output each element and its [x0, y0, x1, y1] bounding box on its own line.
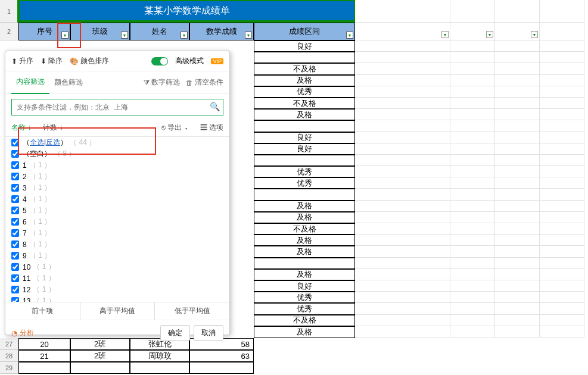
row-header-2[interactable]: 2: [0, 23, 18, 40]
filter-item[interactable]: 13（ 1 ）: [5, 295, 229, 302]
empty-cell[interactable]: [450, 326, 495, 338]
empty-cell[interactable]: [540, 326, 584, 338]
search-icon[interactable]: 🔍: [210, 102, 220, 111]
filter-item[interactable]: 3（ 1 ）: [5, 182, 229, 193]
empty-cell[interactable]: [355, 86, 450, 98]
cell-grade[interactable]: 及格: [254, 201, 355, 212]
empty-cell[interactable]: [495, 98, 540, 109]
filter-item[interactable]: 5（ 1 ）: [5, 205, 229, 216]
empty-cell[interactable]: [495, 109, 540, 120]
filter-item[interactable]: 2（ 1 ）: [5, 171, 229, 182]
cell-grade[interactable]: 优秀: [254, 303, 355, 314]
empty-cell[interactable]: [540, 177, 584, 189]
empty-cell[interactable]: [450, 86, 495, 98]
empty-cell[interactable]: [495, 269, 540, 280]
empty-cell[interactable]: [355, 315, 450, 326]
empty-cell[interactable]: [450, 166, 495, 177]
empty-cell[interactable]: [540, 40, 584, 52]
empty-cell[interactable]: [495, 40, 540, 52]
checkbox[interactable]: [11, 218, 19, 226]
empty-cell[interactable]: [355, 155, 450, 166]
cell-grade[interactable]: 优秀: [254, 177, 355, 189]
empty-cell[interactable]: [495, 86, 540, 98]
cell-grade[interactable]: 及格: [254, 235, 355, 246]
empty-cell[interactable]: [540, 52, 584, 63]
empty-cell[interactable]: [450, 292, 495, 303]
cell-grade[interactable]: [254, 155, 355, 166]
empty-cell[interactable]: [355, 280, 450, 292]
filter-item[interactable]: 1（ 1 ）: [5, 160, 229, 171]
checkbox[interactable]: [11, 263, 19, 271]
row-header-1[interactable]: 1: [0, 0, 18, 23]
checkbox[interactable]: [11, 150, 19, 158]
empty-cell[interactable]: [540, 23, 584, 40]
cell-grade[interactable]: [254, 189, 355, 200]
col-name[interactable]: 名称 ↓: [11, 123, 31, 133]
cell-grade[interactable]: 不及格: [254, 223, 355, 235]
empty-cell[interactable]: [495, 280, 540, 292]
empty-cell[interactable]: [540, 98, 584, 109]
filter-item[interactable]: 7（ 1 ）: [5, 227, 229, 239]
cell-grade[interactable]: 优秀: [254, 166, 355, 177]
empty-cell[interactable]: [540, 235, 584, 246]
empty-cell[interactable]: [540, 223, 584, 235]
cell-grade[interactable]: 及格: [254, 246, 355, 257]
number-filter-button[interactable]: ⧩数字筛选: [144, 77, 180, 88]
empty-cell[interactable]: [540, 258, 584, 269]
cell[interactable]: [70, 362, 130, 374]
title-cell[interactable]: 某某小学数学成绩单: [18, 0, 355, 21]
empty-cell[interactable]: [540, 63, 584, 74]
empty-cell[interactable]: [355, 143, 450, 155]
empty-cell[interactable]: ▼: [355, 23, 450, 40]
cell-grade[interactable]: 良好: [254, 280, 355, 292]
empty-cell[interactable]: [540, 315, 584, 326]
empty-cell[interactable]: [495, 120, 540, 132]
empty-cell[interactable]: [495, 52, 540, 63]
filter-item[interactable]: 4（ 1 ）: [5, 193, 229, 205]
header-name[interactable]: 姓名▼: [130, 23, 189, 40]
empty-cell[interactable]: [540, 201, 584, 212]
checkbox[interactable]: [11, 286, 19, 293]
tab-color-filter[interactable]: 颜色筛选: [49, 71, 88, 93]
adv-mode-toggle[interactable]: [151, 57, 168, 65]
inverse-link[interactable]: 反选: [46, 138, 60, 146]
empty-cell[interactable]: [495, 246, 540, 257]
empty-cell[interactable]: [450, 235, 495, 246]
cell-grade[interactable]: 及格: [254, 212, 355, 223]
filter-item[interactable]: 9（ 1 ）: [5, 250, 229, 261]
empty-cell[interactable]: [540, 246, 584, 257]
clear-filter-button[interactable]: 🗑清空条件: [186, 77, 223, 88]
empty-cell[interactable]: [540, 280, 584, 292]
empty-cell[interactable]: [540, 292, 584, 303]
row-header-29[interactable]: 29: [0, 362, 18, 374]
empty-cell[interactable]: [540, 86, 584, 98]
checkbox[interactable]: [11, 252, 19, 260]
empty-cell[interactable]: [355, 201, 450, 212]
cell[interactable]: [18, 362, 70, 374]
empty-cell[interactable]: [450, 75, 495, 86]
empty-cell[interactable]: [495, 143, 540, 155]
empty-cell[interactable]: [355, 269, 450, 280]
sort-asc-button[interactable]: ⬆升序: [11, 56, 33, 66]
empty-cell[interactable]: [540, 269, 584, 280]
checkbox[interactable]: [11, 240, 19, 248]
empty-cell[interactable]: [355, 189, 450, 200]
cell[interactable]: [189, 362, 254, 374]
cell-grade[interactable]: 优秀: [254, 86, 355, 98]
color-sort-button[interactable]: 🎨颜色排序: [70, 56, 109, 66]
filter-dropdown-icon[interactable]: ▼: [486, 31, 493, 38]
empty-cell[interactable]: [495, 235, 540, 246]
empty-cell[interactable]: [355, 258, 450, 269]
filter-dropdown-icon[interactable]: ▼: [346, 32, 353, 39]
cell-grade[interactable]: 及格: [254, 75, 355, 86]
empty-cell[interactable]: [355, 0, 450, 23]
empty-cell[interactable]: [450, 280, 495, 292]
cell-grade[interactable]: 良好: [254, 143, 355, 155]
empty-cell[interactable]: [355, 75, 450, 86]
empty-cell[interactable]: [355, 223, 450, 235]
empty-cell[interactable]: [355, 235, 450, 246]
empty-cell[interactable]: [355, 63, 450, 74]
empty-cell[interactable]: [540, 0, 584, 23]
cell-name[interactable]: 周琼玟: [130, 350, 189, 362]
quick-below-avg-button[interactable]: 低于平均值: [155, 302, 229, 320]
